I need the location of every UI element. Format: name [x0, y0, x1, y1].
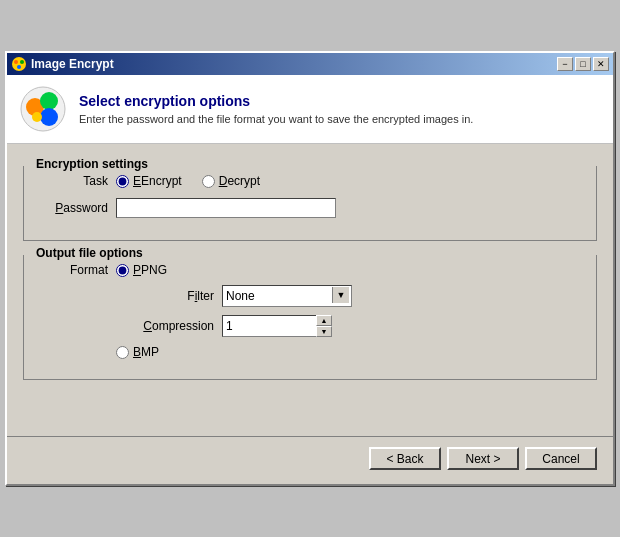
task-radio-group: EEncrypt Decrypt [116, 174, 260, 188]
filter-row: Filter None Sub Up Average Paeth ▼ [132, 285, 584, 307]
png-radio-item[interactable]: PPNG [116, 263, 167, 277]
task-label: Task [36, 174, 116, 188]
title-text: Image Encrypt [31, 57, 114, 71]
title-icon [11, 56, 27, 72]
close-button[interactable]: ✕ [593, 57, 609, 71]
encryption-settings-group: Encryption settings Task EEncrypt Decryp… [23, 166, 597, 241]
encrypt-radio-item[interactable]: EEncrypt [116, 174, 182, 188]
decrypt-label: Decrypt [219, 174, 260, 188]
encrypt-radio[interactable] [116, 175, 129, 188]
bmp-radio[interactable] [116, 346, 129, 359]
png-label: PPNG [133, 263, 167, 277]
maximize-button[interactable]: □ [575, 57, 591, 71]
decrypt-radio[interactable] [202, 175, 215, 188]
filter-label: Filter [132, 289, 222, 303]
content-area: Encryption settings Task EEncrypt Decryp… [7, 144, 613, 436]
spinner-up-button[interactable]: ▲ [316, 315, 332, 326]
compression-label: Compression [132, 319, 222, 333]
png-radio[interactable] [116, 264, 129, 277]
button-bar: < Back Next > Cancel [7, 436, 613, 484]
svg-point-6 [40, 92, 58, 110]
title-buttons: − □ ✕ [557, 57, 609, 71]
encrypt-label: EEncrypt [133, 174, 182, 188]
bmp-label: BMP [133, 345, 159, 359]
header-text: Select encryption options Enter the pass… [79, 93, 473, 125]
header-title: Select encryption options [79, 93, 473, 109]
header-section: Select encryption options Enter the pass… [7, 75, 613, 144]
title-bar: Image Encrypt − □ ✕ [7, 53, 613, 75]
task-row: Task EEncrypt Decrypt [36, 174, 584, 188]
password-input[interactable] [116, 198, 336, 218]
bmp-radio-item[interactable]: BMP [116, 345, 159, 359]
filter-select-wrapper: None Sub Up Average Paeth ▼ [222, 285, 352, 307]
back-button[interactable]: < Back [369, 447, 441, 470]
spinner-down-button[interactable]: ▼ [316, 326, 332, 337]
minimize-button[interactable]: − [557, 57, 573, 71]
cancel-button[interactable]: Cancel [525, 447, 597, 470]
spinner-buttons: ▲ ▼ [316, 315, 332, 337]
compression-row: Compression ▲ ▼ [132, 315, 584, 337]
next-button[interactable]: Next > [447, 447, 519, 470]
spacer [23, 394, 597, 424]
header-description: Enter the password and the file format y… [79, 113, 473, 125]
output-file-options-group: Output file options Format PPNG Filter N… [23, 255, 597, 380]
svg-point-7 [40, 108, 58, 126]
output-file-options-label: Output file options [32, 246, 147, 260]
encryption-settings-label: Encryption settings [32, 157, 152, 171]
main-window: Image Encrypt − □ ✕ Select encryption op… [5, 51, 615, 486]
format-row-png: Format PPNG [36, 263, 584, 277]
filter-select[interactable]: None Sub Up Average Paeth [222, 285, 352, 307]
password-row: Password [36, 198, 584, 218]
password-label: Password [36, 201, 116, 215]
title-bar-left: Image Encrypt [11, 56, 114, 72]
format-label: Format [36, 263, 116, 277]
header-icon [19, 85, 67, 133]
decrypt-radio-item[interactable]: Decrypt [202, 174, 260, 188]
svg-point-2 [20, 60, 24, 64]
svg-point-8 [32, 112, 42, 122]
svg-point-3 [17, 65, 21, 69]
compression-spinner-wrapper: ▲ ▼ [222, 315, 332, 337]
format-row-bmp: BMP [36, 345, 584, 359]
svg-point-1 [14, 60, 18, 64]
